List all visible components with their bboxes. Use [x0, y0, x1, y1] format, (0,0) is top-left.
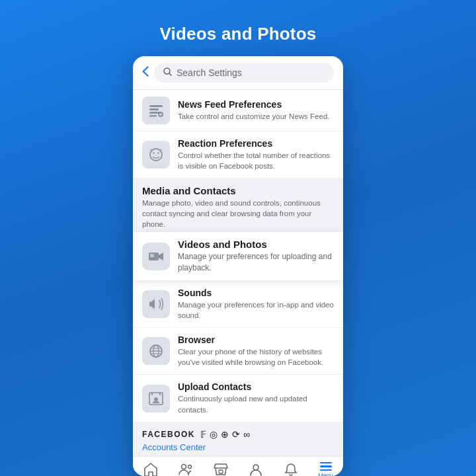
list-item[interactable]: News Feed Preferences Take control and c…: [133, 90, 343, 132]
sounds-icon: [142, 290, 170, 318]
browser-title: Browser: [178, 335, 334, 345]
svg-rect-15: [151, 393, 153, 395]
profile-icon: [249, 462, 263, 476]
svg-rect-2: [149, 108, 159, 110]
svg-point-21: [253, 465, 258, 470]
facebook-footer: FACEBOOK 𝔽 ◎ ⊕ ⟳ ∞ Accounts Center: [133, 422, 343, 456]
list-item[interactable]: Sounds Manage your preferences for in-ap…: [133, 281, 343, 328]
reaction-icon: [142, 141, 170, 169]
home-icon: [143, 462, 158, 476]
list-item[interactable]: Browser Clear your phone of the history …: [133, 328, 343, 375]
whatsapp-icon: ⊕: [221, 429, 229, 440]
bell-icon: [284, 462, 298, 476]
friends-icon: [178, 462, 193, 476]
svg-point-18: [181, 464, 186, 469]
browser-desc: Clear your phone of the history of websi…: [178, 346, 334, 368]
facebook-icon: 𝔽: [200, 429, 206, 440]
upload-contacts-icon: [142, 385, 170, 413]
search-icon: [163, 67, 172, 78]
menu-icon: [320, 462, 332, 471]
bottom-nav: News Feed Friends Marketp: [133, 456, 343, 476]
list-item[interactable]: Reaction Preferences Control whether the…: [133, 132, 343, 178]
upload-contacts-text: Upload Contacts Continuously upload new …: [178, 381, 334, 415]
videos-photos-text: Videos and Photos Manage your preference…: [178, 239, 334, 274]
svg-rect-1: [149, 105, 163, 107]
svg-point-19: [188, 465, 191, 468]
reaction-text: Reaction Preferences Control whether the…: [178, 138, 334, 171]
upload-contacts-title: Upload Contacts: [178, 381, 334, 392]
svg-point-17: [154, 397, 158, 401]
nav-item-marketplace[interactable]: Marketplace: [203, 462, 238, 476]
svg-point-8: [157, 152, 159, 153]
nav-item-news-feed[interactable]: News Feed: [133, 462, 168, 476]
news-feed-text: News Feed Preferences Take control and c…: [178, 99, 334, 122]
browser-text: Browser Clear your phone of the history …: [178, 335, 334, 368]
videos-photos-item[interactable]: Videos and Photos Manage your preference…: [133, 232, 343, 281]
nav-item-menu[interactable]: Menu: [308, 462, 343, 476]
fb-social-icons: 𝔽 ◎ ⊕ ⟳ ∞: [200, 429, 250, 440]
back-button[interactable]: [142, 66, 149, 80]
svg-rect-4: [149, 115, 157, 117]
nav-item-friends[interactable]: Friends: [168, 462, 203, 476]
upload-contacts-desc: Continuously upload new and updated cont…: [178, 393, 334, 415]
svg-point-7: [153, 152, 154, 153]
svg-rect-10: [150, 254, 154, 257]
search-placeholder: Search Settings: [177, 67, 242, 78]
accounts-center-link[interactable]: Accounts Center: [142, 442, 334, 452]
section-desc: Manage photo, video and sound controls, …: [142, 198, 334, 229]
search-input-wrapper[interactable]: Search Settings: [154, 63, 334, 83]
page-title: Videos and Photos: [160, 24, 317, 44]
nav-item-notifications[interactable]: Notifications: [273, 462, 308, 476]
svg-rect-16: [159, 393, 161, 395]
search-bar: Search Settings: [133, 56, 343, 90]
reaction-desc: Control whether the total number of reac…: [178, 150, 334, 171]
reaction-title: Reaction Preferences: [178, 138, 334, 149]
fb-brand: FACEBOOK: [142, 430, 195, 439]
list-item[interactable]: Upload Contacts Continuously upload new …: [133, 375, 343, 422]
news-feed-icon: [142, 97, 170, 124]
phone-card: Search Settings News Feed Preferences Ta…: [133, 56, 343, 476]
svg-rect-20: [219, 470, 223, 473]
sounds-text: Sounds Manage your preferences for in-ap…: [178, 288, 334, 321]
messenger-icon: ⟳: [232, 429, 240, 440]
videos-photos-icon: [142, 243, 170, 270]
settings-list: News Feed Preferences Take control and c…: [133, 90, 343, 422]
fb-brand-row: FACEBOOK 𝔽 ◎ ⊕ ⟳ ∞: [142, 429, 334, 440]
browser-icon: [142, 337, 170, 365]
sounds-title: Sounds: [178, 288, 334, 298]
sounds-desc: Manage your preferences for in-app and v…: [178, 299, 334, 321]
section-title: Media and Contacts: [142, 185, 334, 196]
marketplace-icon: [214, 462, 228, 476]
news-feed-desc: Take control and customize your News Fee…: [178, 111, 334, 122]
videos-photos-desc: Manage your preferences for uploading an…: [178, 251, 334, 274]
news-feed-title: News Feed Preferences: [178, 99, 334, 110]
oculus-icon: ∞: [243, 429, 250, 440]
section-header: Media and Contacts Manage photo, video a…: [133, 178, 343, 232]
videos-photos-title: Videos and Photos: [178, 239, 334, 250]
nav-label-menu: Menu: [318, 472, 333, 476]
nav-item-profile[interactable]: Profile: [238, 462, 273, 476]
instagram-icon: ◎: [210, 429, 218, 440]
